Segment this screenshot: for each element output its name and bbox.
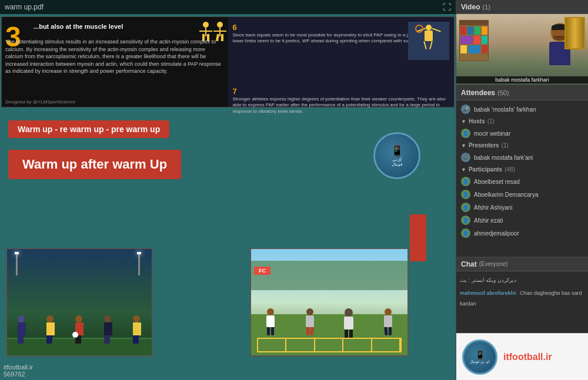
football-1 [72, 332, 78, 338]
presenter-attendee-name: babak mostafa fark'ani [474, 154, 583, 161]
participants-group-title: Participants [469, 166, 502, 173]
participant-name-4: ahmedjemalipoor [474, 230, 583, 237]
photo-football-night [6, 248, 153, 357]
expand-icon[interactable]: ⛶ [443, 2, 451, 12]
participant-name-0: Aboelbeset resad [474, 179, 583, 185]
video-header-title: Video [461, 3, 480, 11]
window-curtain [564, 17, 585, 49]
participants-group-header[interactable]: ▼ Participants (48) [456, 164, 588, 175]
participant-item-1: 👤 Aboelkarim Demancarya [456, 188, 588, 201]
bottom-left-info: itfootball.ir 569762 [4, 364, 33, 378]
ladder-rung-2 [286, 339, 315, 351]
top-attendee-item: 🎤 babak 'mostafa' farkhan [456, 103, 588, 116]
participant-item-4: 👤 ahmedjemalipoor [456, 227, 588, 240]
participant-icon-3: 👤 [461, 216, 470, 225]
participant-symbol-0: 👤 [463, 179, 469, 184]
participants-count: (48) [505, 166, 515, 173]
participant-name-3: Afshir ezati [474, 217, 583, 224]
red-stripe-decoration [410, 214, 426, 261]
hosts-arrow-icon: ▼ [461, 119, 466, 125]
red-banner: Warm up - re warm up - pre warm up [8, 120, 169, 138]
host-icon: 👤 [461, 129, 470, 138]
presenters-group-title: Presenters [469, 142, 499, 149]
hosts-group-header[interactable]: ▼ Hosts (1) [456, 116, 588, 127]
attendees-title: Attendees [461, 89, 495, 97]
item-6-number: 6 [233, 23, 237, 32]
ladder-rung-1 [258, 339, 286, 351]
attendees-count: (50) [497, 89, 509, 96]
presenters-group-header[interactable]: ▼ Presenters (1) [456, 140, 588, 151]
attendees-header: Attendees (50) [456, 85, 588, 100]
chat-content: دیرکردن ویکه ایستر : یت mahmood abrofare… [456, 271, 588, 333]
participant-item-2: 👤 Afshir Ashiyani [456, 201, 588, 214]
bottom-domain-text: itfootball.ir [503, 352, 552, 362]
presenter-item: 📹 babak mostafa fark'ani [456, 151, 588, 164]
right-sidebar: Video (1) [456, 0, 588, 380]
slide-content: Warm up - re warm up - pre warm up Warm … [0, 109, 456, 362]
top-bar: warm up.pdf ⛶ [0, 0, 456, 14]
participant-name-1: Aboelkarim Demancarya [474, 191, 583, 198]
participant-icon-4: 👤 [461, 228, 470, 238]
agility-ladder [257, 338, 402, 352]
football-scene-1 [7, 249, 152, 355]
chat-section: Chat (Everyone) دیرکردن ویکه ایستر : یت … [456, 257, 588, 333]
mic-symbol: 🎤 [463, 107, 469, 112]
info-right-panel: 6 Since back squats seem to be most poss… [228, 17, 455, 107]
ladder-rung-5 [372, 339, 400, 351]
day-players [251, 308, 407, 338]
bottom-logo-section: 📱 آی تی فوتبال itfootball.ir [456, 333, 588, 380]
presenter-symbol: 📹 [463, 155, 469, 160]
card-footer: Designed by @YLMSportScience [5, 99, 225, 105]
attendee-mic-icon: 🎤 [461, 105, 470, 114]
window-title: warm up.pdf [5, 3, 44, 11]
phone-label: 569762 [4, 371, 33, 378]
chat-scope: (Everyone) [479, 261, 508, 267]
fc-banner: FC [254, 267, 270, 275]
info-card: 3 ...but also at the muscle level [1, 16, 455, 107]
red-banner-text: Warm up - re warm up - pre warm up [18, 125, 160, 134]
chat-message-0: دیرکردن ویکه ایستر : یت [460, 274, 584, 284]
day-player-3 [343, 308, 355, 338]
website-label: itfootball.ir [4, 364, 33, 371]
chat-text-0: دیرکردن ویکه ایستر : یت [460, 277, 516, 283]
participant-icon-0: 👤 [461, 177, 470, 186]
chat-sender-1: mahmood abrofarekhi: [460, 290, 517, 296]
card-title: ...but also at the muscle level [34, 23, 123, 30]
participant-symbol-1: 👤 [463, 192, 469, 197]
chat-message-1: mahmood abrofarekhi: Chan daghesghe bas … [460, 287, 584, 308]
football-scene-2: FC [251, 249, 407, 355]
bottom-logo-circle: 📱 آی تی فوتبال [462, 339, 497, 375]
participant-icon-2: 👤 [461, 203, 470, 212]
attendees-section: Attendees (50) 🎤 babak 'mostafa' farkhan… [456, 85, 588, 257]
hosts-group-title: Hosts [469, 118, 485, 125]
bottom-logo-phone-icon: 📱 [475, 350, 485, 359]
ladder-rung-3 [315, 339, 343, 351]
attendees-list[interactable]: 🎤 babak 'mostafa' farkhan ▼ Hosts (1) 👤 … [456, 100, 588, 257]
day-player-4 [382, 308, 394, 338]
video-feed: babak mostafa farkhari [456, 14, 588, 85]
video-count: (1) [482, 4, 490, 11]
hosts-count: (1) [487, 118, 495, 125]
chat-title: Chat [461, 260, 477, 268]
presenters-count: (1) [502, 142, 509, 149]
day-player-2 [304, 308, 316, 338]
presenter-name-tag: babak mostafa farkhari [456, 76, 588, 83]
participant-symbol-3: 👤 [463, 218, 469, 223]
warmup-box-text: Warm up after warm Up [22, 157, 167, 171]
host-symbol: 👤 [463, 131, 469, 136]
participant-symbol-4: 👤 [463, 231, 469, 236]
video-section: Video (1) [456, 0, 588, 85]
participant-name-2: Afshir Ashiyani [474, 204, 583, 211]
presenters-arrow-icon: ▼ [461, 143, 466, 149]
participant-item-0: 👤 Aboelbeset resad [456, 175, 588, 188]
ladder-rung-4 [343, 339, 372, 351]
item-7-number: 7 [233, 87, 237, 96]
main-presentation-area: warm up.pdf ⛶ 3 ...but also at the muscl… [0, 0, 456, 380]
night-players [7, 315, 152, 344]
participant-icon-1: 👤 [461, 190, 470, 199]
photo-football-day: FC [250, 248, 409, 357]
logo-text: آی تیفوتبال [392, 157, 402, 167]
day-player-1 [265, 308, 276, 338]
basketball-figure [408, 22, 449, 60]
warmup-box: Warm up after warm Up [8, 150, 181, 179]
